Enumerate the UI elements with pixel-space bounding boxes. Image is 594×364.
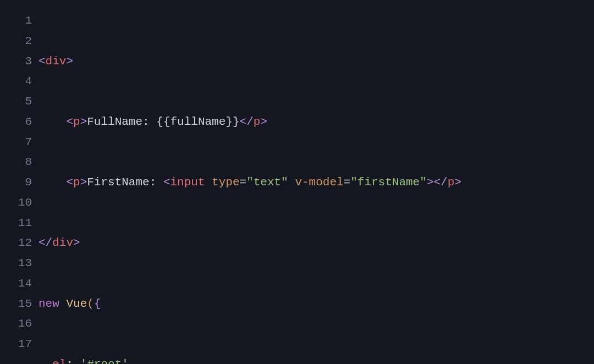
code-editor: 1 2 3 4 5 6 7 8 9 10 11 12 13 14 15 16 1… [0, 11, 594, 364]
line-number: 6 [0, 112, 32, 133]
line-number: 9 [0, 173, 32, 193]
code-line: </div> [38, 233, 594, 253]
line-number: 3 [0, 52, 32, 72]
line-number: 14 [0, 274, 32, 294]
code-content[interactable]: <div> <p>FullName: {{fullName}}</p> <p>F… [38, 11, 594, 364]
line-number: 17 [0, 334, 32, 355]
line-number: 11 [0, 213, 32, 234]
code-line: <p>FullName: {{fullName}}</p> [38, 112, 594, 133]
line-number: 15 [0, 294, 32, 315]
line-number: 16 [0, 314, 32, 334]
line-number: 8 [0, 152, 32, 173]
code-line: <p>FirstName: <input type="text" v-model… [38, 173, 594, 193]
code-line: <div> [38, 52, 594, 72]
line-number: 1 [0, 11, 32, 31]
line-number: 10 [0, 193, 32, 213]
code-line: new Vue({ [38, 294, 594, 315]
line-number: 12 [0, 233, 32, 253]
line-number: 5 [0, 92, 32, 112]
line-number: 13 [0, 253, 32, 274]
code-line: el: '#root', [38, 355, 594, 364]
line-number: 2 [0, 31, 32, 52]
line-number-gutter: 1 2 3 4 5 6 7 8 9 10 11 12 13 14 15 16 1… [0, 11, 38, 364]
line-number: 7 [0, 133, 32, 153]
line-number: 4 [0, 71, 32, 92]
